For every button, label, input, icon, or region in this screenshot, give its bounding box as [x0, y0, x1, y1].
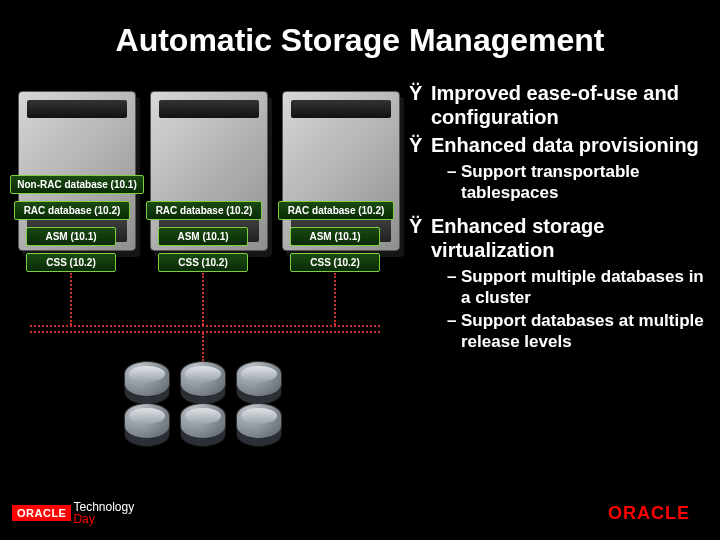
disk-icon	[124, 361, 170, 397]
label-asm: ASM (10.1)	[158, 227, 248, 246]
label-asm: ASM (10.1)	[26, 227, 116, 246]
oracle-logo: ORACLE	[12, 505, 71, 521]
connector-line	[202, 273, 204, 325]
sub-bullet-item: Support transportable tablespaces	[447, 161, 710, 204]
day-word: Day	[73, 512, 94, 526]
label-rac-db: RAC database (10.2)	[146, 201, 262, 220]
architecture-diagram: Non-RAC database (10.1) RAC database (10…	[10, 71, 405, 461]
connector-line	[334, 273, 336, 325]
disk-icon	[236, 361, 282, 397]
disk-icon	[124, 403, 170, 439]
footer: ORACLE Technology Day ORACLE	[0, 494, 720, 540]
label-css: CSS (10.2)	[26, 253, 116, 272]
bullet-list: Improved ease-of-use and configuration E…	[405, 71, 710, 461]
connector-line	[70, 273, 72, 325]
label-rac-db: RAC database (10.2)	[14, 201, 130, 220]
label-css: CSS (10.2)	[158, 253, 248, 272]
content-row: Non-RAC database (10.1) RAC database (10…	[0, 71, 720, 461]
bullet-item: Enhanced data provisioning	[409, 133, 710, 157]
label-asm: ASM (10.1)	[290, 227, 380, 246]
label-non-rac-db: Non-RAC database (10.1)	[10, 175, 144, 194]
brand-left: ORACLE Technology Day	[12, 501, 134, 525]
bullet-item: Enhanced storage virtualization	[409, 214, 710, 262]
disk-icon	[180, 403, 226, 439]
slide-title: Automatic Storage Management	[0, 0, 720, 71]
bullet-item: Improved ease-of-use and configuration	[409, 81, 710, 129]
technology-day-text: Technology Day	[73, 501, 134, 525]
sub-bullet-item: Support databases at multiple release le…	[447, 310, 710, 353]
connector-line	[202, 333, 204, 361]
disk-group	[120, 361, 290, 449]
disk-icon	[236, 403, 282, 439]
connector-bus	[30, 325, 380, 333]
label-rac-db: RAC database (10.2)	[278, 201, 394, 220]
disk-icon	[180, 361, 226, 397]
label-css: CSS (10.2)	[290, 253, 380, 272]
sub-bullet-item: Support multiple databases in a cluster	[447, 266, 710, 309]
oracle-logo-right: ORACLE	[608, 503, 690, 524]
